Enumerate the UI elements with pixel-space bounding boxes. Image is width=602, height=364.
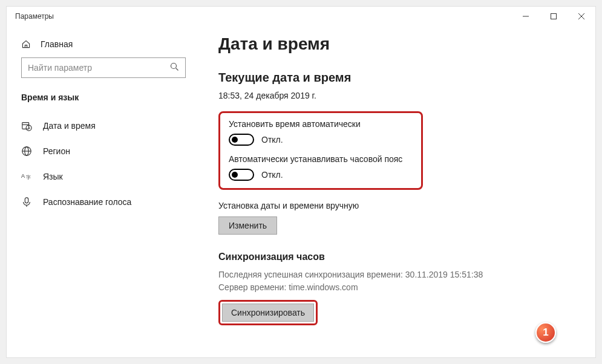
sidebar-item-region[interactable]: Регион bbox=[7, 138, 200, 164]
titlebar: Параметры bbox=[7, 7, 595, 26]
sidebar-item-speech[interactable]: Распознавание голоса bbox=[7, 189, 200, 215]
svg-text:字: 字 bbox=[26, 175, 31, 180]
change-button[interactable]: Изменить bbox=[218, 216, 277, 235]
sync-heading: Синхронизация часов bbox=[218, 252, 595, 262]
auto-time-label: Установить время автоматически bbox=[229, 119, 413, 129]
sync-button[interactable]: Синхронизировать bbox=[222, 304, 314, 322]
page-title: Дата и время bbox=[218, 34, 595, 54]
content-area: Главная Время и язык Дата и время bbox=[7, 26, 595, 357]
search-input[interactable] bbox=[28, 63, 170, 73]
sidebar-item-label: Распознавание голоса bbox=[43, 197, 131, 207]
current-datetime-heading: Текущие дата и время bbox=[218, 71, 595, 85]
home-label: Главная bbox=[41, 39, 73, 49]
current-datetime-value: 18:53, 24 декабря 2019 г. bbox=[218, 91, 595, 100]
auto-tz-label: Автоматически устанавливать часовой пояс bbox=[229, 154, 413, 164]
maximize-icon bbox=[551, 13, 557, 19]
sync-section: Синхронизация часов Последняя успешная с… bbox=[218, 252, 595, 325]
calendar-clock-icon bbox=[21, 120, 32, 131]
manual-set-heading: Установка даты и времени вручную bbox=[218, 201, 595, 210]
search-wrap bbox=[7, 57, 200, 89]
home-link[interactable]: Главная bbox=[7, 34, 200, 57]
category-title: Время и язык bbox=[7, 89, 200, 113]
auto-time-toggle-row: Откл. bbox=[229, 134, 413, 146]
maximize-button[interactable] bbox=[540, 7, 568, 26]
minimize-button[interactable] bbox=[512, 7, 540, 26]
auto-time-toggle[interactable] bbox=[229, 134, 254, 146]
svg-line-5 bbox=[176, 68, 178, 70]
close-button[interactable] bbox=[568, 7, 595, 26]
highlight-box-sync: Синхронизировать bbox=[218, 300, 318, 325]
auto-time-state: Откл. bbox=[261, 135, 283, 145]
home-icon bbox=[21, 39, 31, 49]
search-box[interactable] bbox=[21, 57, 186, 78]
svg-point-4 bbox=[171, 63, 177, 68]
minimize-icon bbox=[523, 13, 529, 19]
sidebar-item-datetime[interactable]: Дата и время bbox=[7, 113, 200, 138]
window-title: Параметры bbox=[15, 12, 54, 21]
sidebar: Главная Время и язык Дата и время bbox=[7, 26, 200, 357]
sidebar-item-label: Дата и время bbox=[43, 121, 96, 131]
microphone-icon bbox=[21, 197, 32, 207]
settings-window: Параметры Главная bbox=[6, 6, 596, 358]
sidebar-item-language[interactable]: A字 Язык bbox=[7, 164, 200, 189]
auto-tz-toggle-row: Откл. bbox=[229, 169, 413, 181]
window-controls bbox=[512, 7, 595, 26]
sidebar-item-label: Язык bbox=[43, 172, 63, 181]
auto-tz-toggle[interactable] bbox=[229, 169, 254, 181]
main-panel: Дата и время Текущие дата и время 18:53,… bbox=[200, 26, 595, 357]
search-icon bbox=[170, 62, 179, 74]
svg-text:A: A bbox=[21, 173, 25, 179]
globe-icon bbox=[21, 146, 32, 157]
annotation-marker-1: 1 bbox=[535, 322, 556, 343]
sync-last-success: Последняя успешная синхронизация времени… bbox=[218, 268, 595, 281]
highlight-box-toggles: Установить время автоматически Откл. Авт… bbox=[218, 111, 423, 190]
language-icon: A字 bbox=[21, 171, 32, 182]
close-icon bbox=[578, 13, 584, 19]
svg-rect-14 bbox=[25, 198, 28, 203]
auto-tz-state: Откл. bbox=[261, 170, 283, 180]
sync-server: Сервер времени: time.windows.com bbox=[218, 281, 595, 294]
sidebar-item-label: Регион bbox=[43, 146, 70, 156]
svg-rect-1 bbox=[551, 14, 557, 19]
